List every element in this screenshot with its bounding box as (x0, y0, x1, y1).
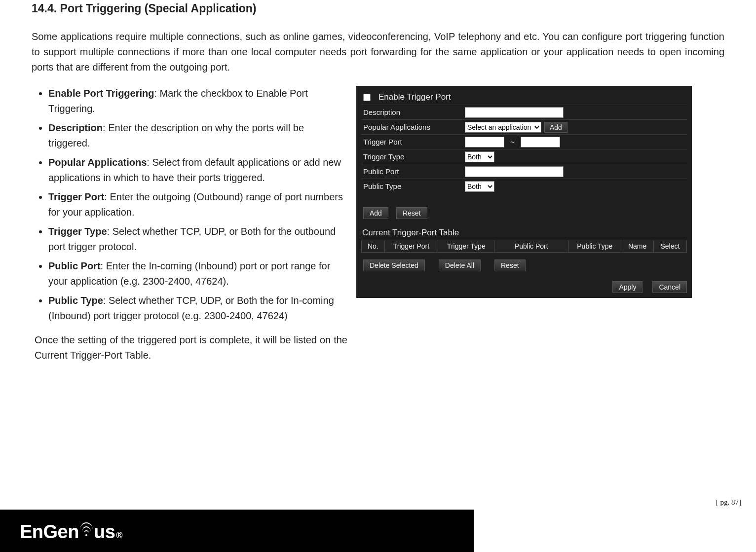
bullet-term: Public Type (48, 295, 103, 306)
bullet-term: Trigger Port (48, 191, 104, 202)
brand-text-post: us (94, 521, 115, 543)
intro-paragraph: Some applications require multiple conne… (32, 29, 724, 75)
public-port-label: Public Port (361, 167, 465, 176)
apply-button[interactable]: Apply (612, 281, 643, 293)
public-type-select[interactable]: Both (465, 181, 494, 192)
list-item: Enable Port Triggering: Mark the checkbo… (48, 86, 347, 116)
bullet-term: Trigger Type (48, 226, 107, 237)
table-header: No. (362, 240, 385, 253)
page-number: [ pg. 87] (716, 498, 741, 507)
table-header: Name (621, 240, 653, 253)
list-item: Trigger Type: Select whether TCP, UDP, o… (48, 224, 347, 255)
bullet-term: Enable Port Triggering (48, 88, 154, 99)
public-port-input[interactable] (465, 166, 564, 177)
description-input[interactable] (465, 107, 564, 118)
table-header: Select (653, 240, 686, 253)
trigger-port-label: Trigger Port (361, 138, 465, 146)
registered-mark: ® (116, 530, 122, 541)
brand-logo: EnGen us ® (20, 521, 122, 543)
list-item: Public Type: Select whether TCP, UDP, or… (48, 293, 347, 324)
enable-trigger-checkbox[interactable] (363, 94, 371, 101)
section-title: 14.4. Port Triggering (Special Applicati… (32, 2, 724, 15)
trigger-type-label: Trigger Type (361, 152, 465, 161)
footer-bar: EnGen us ® (0, 510, 474, 552)
popular-apps-select[interactable]: Select an application (465, 122, 541, 133)
table-header: Trigger Type (438, 240, 494, 253)
router-panel: Enable Trigger Port Description Popular … (356, 86, 692, 298)
bullet-term: Popular Applications (48, 157, 147, 168)
add-app-button[interactable]: Add (544, 122, 567, 133)
description-label: Description (361, 108, 465, 116)
enable-trigger-label: Enable Trigger Port (378, 92, 451, 102)
public-type-label: Public Type (361, 182, 465, 190)
cancel-button[interactable]: Cancel (652, 281, 687, 293)
list-item: Popular Applications: Select from defaul… (48, 155, 347, 185)
trigger-port-to-input[interactable] (521, 137, 560, 147)
wifi-icon (79, 522, 93, 538)
trigger-port-table: No. Trigger Port Trigger Type Public Por… (361, 240, 687, 253)
reset-button[interactable]: Reset (396, 207, 427, 219)
bullet-list: Enable Port Triggering: Mark the checkbo… (32, 86, 347, 324)
delete-selected-button[interactable]: Delete Selected (363, 259, 425, 271)
list-item: Public Port: Enter the In-coming (Inboun… (48, 258, 347, 289)
list-item: Description: Enter the description on wh… (48, 120, 347, 151)
closing-paragraph: Once the setting of the triggered port i… (32, 332, 347, 363)
trigger-type-select[interactable]: Both (465, 151, 494, 162)
table-header: Trigger Port (384, 240, 438, 253)
table-header: Public Port (494, 240, 568, 253)
list-item: Trigger Port: Enter the outgoing (Outbou… (48, 189, 347, 220)
add-button[interactable]: Add (363, 207, 388, 219)
reset-table-button[interactable]: Reset (494, 259, 526, 271)
table-header: Public Type (568, 240, 621, 253)
bullet-term: Description (48, 122, 103, 133)
popular-apps-label: Popular Applications (361, 123, 465, 131)
trigger-table-title: Current Trigger-Port Table (362, 228, 687, 238)
trigger-port-from-input[interactable] (465, 137, 504, 147)
tilde-separator: ~ (507, 138, 518, 146)
delete-all-button[interactable]: Delete All (439, 259, 481, 271)
brand-text-pre: EnGen (20, 521, 79, 543)
bullet-term: Public Port (48, 260, 101, 271)
